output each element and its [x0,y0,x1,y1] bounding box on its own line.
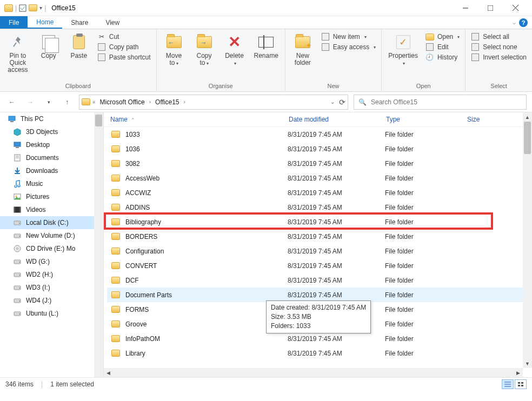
content-vertical-scrollbar[interactable]: ▲ ▼ [523,112,532,368]
sidebar-item[interactable]: WD3 (I:) [0,281,103,294]
qat-sep2: | [44,4,46,12]
file-row[interactable]: Configuration 8/31/2019 7:45 AM File fol… [107,244,532,258]
column-header-size[interactable]: Size [467,116,526,123]
new-item-button[interactable]: New item▾ [321,32,376,41]
copy-to-button[interactable]: → Copy to▾ [190,31,218,69]
file-row[interactable]: ADDINS 8/31/2019 7:45 AM File folder [107,200,532,215]
column-header-date[interactable]: Date modified [289,116,386,123]
scroll-right-button[interactable]: ▶ [514,368,523,377]
paste-button[interactable]: Paste [65,31,93,62]
up-button[interactable]: ↑ [61,96,74,109]
properties-button[interactable]: ✓ Properties▾ [385,31,421,69]
open-button[interactable]: Open▾ [425,32,460,41]
scrollbar-thumb[interactable] [95,115,102,126]
minimize-button[interactable] [453,0,478,16]
sidebar-item[interactable]: 3D Objects [0,125,103,138]
cut-button[interactable]: ✂Cut [97,32,151,41]
tab-view[interactable]: View [97,16,128,29]
sidebar-item[interactable]: Ubuntu (L:) [0,307,103,320]
file-row[interactable]: Document Parts 8/31/2019 7:45 AM File fo… [107,288,532,302]
tab-home[interactable]: Home [28,16,62,29]
qat-dropdown-icon[interactable]: ▾ [39,5,42,11]
help-icon[interactable]: ? [519,18,528,27]
file-row[interactable]: InfoPathOM 8/31/2019 7:45 AM File folder [107,331,532,346]
view-large-icons-button[interactable] [515,379,527,389]
back-button[interactable]: ← [5,96,18,109]
refresh-button[interactable]: ⟳ [339,98,345,106]
copy-button[interactable]: Copy [35,31,63,62]
qat-folder-icon[interactable] [29,4,37,11]
file-row[interactable]: BORDERS 8/31/2019 7:45 AM File folder [107,229,532,244]
sidebar-item[interactable]: WD (G:) [0,255,103,268]
file-row[interactable]: CONVERT 8/31/2019 7:45 AM File folder [107,258,532,273]
rename-button[interactable]: Rename [251,31,282,62]
svg-point-16 [16,196,17,197]
view-details-button[interactable] [502,379,514,389]
file-date: 8/31/2019 7:45 AM [288,335,385,343]
sidebar-item[interactable]: Videos [0,203,103,216]
file-row[interactable]: 1036 8/31/2019 7:45 AM File folder [107,142,532,156]
sidebar-item[interactable]: New Volume (D:) [0,229,103,242]
qat-checkbox-icon[interactable] [19,4,26,12]
scroll-up-button[interactable]: ▲ [523,112,532,122]
search-input[interactable] [371,98,522,106]
paste-shortcut-button[interactable]: Paste shortcut [97,53,151,62]
file-row[interactable]: 1033 8/31/2019 7:45 AM File folder [107,127,532,142]
address-dropdown-icon[interactable]: ⌄ [330,99,335,105]
edit-button[interactable]: Edit [425,43,460,51]
sidebar-item[interactable]: Desktop [0,138,103,151]
new-folder-button[interactable]: ✦ New folder [289,31,317,69]
file-row[interactable]: ACCWIZ 8/31/2019 7:45 AM File folder [107,185,532,200]
breadcrumb[interactable]: Microsoft Office [98,98,147,106]
sidebar-item[interactable]: WD4 (J:) [0,294,103,307]
forward-button[interactable]: → [24,96,37,109]
group-select: Select all Select none Invert selection … [466,29,532,91]
scrollbar-thumb[interactable] [524,122,531,154]
breadcrumb-sep[interactable]: › [184,99,185,105]
select-all-button[interactable]: Select all [471,32,527,41]
file-row[interactable]: DCF 8/31/2019 7:45 AM File folder [107,273,532,288]
file-row[interactable]: AccessWeb 8/31/2019 7:45 AM File folder [107,171,532,185]
copy-path-button[interactable]: Copy path [97,43,151,51]
file-row[interactable]: 3082 8/31/2019 7:45 AM File folder [107,156,532,171]
file-date: 8/31/2019 7:45 AM [288,160,385,168]
invert-selection-button[interactable]: Invert selection [471,53,527,62]
column-header-name[interactable]: Name⌃ [110,116,289,123]
file-type: File folder [385,131,466,138]
pin-to-quick-access-button[interactable]: Pin to Quick access [3,31,32,76]
delete-button[interactable]: ✕ Delete▾ [221,31,249,69]
recent-locations-button[interactable]: ▾ [42,96,55,109]
sidebar-item[interactable]: Pictures [0,190,103,203]
file-row[interactable]: Bibliography 8/31/2019 7:45 AM File fold… [107,215,532,229]
tab-share[interactable]: Share [62,16,97,29]
sidebar-scrollbar[interactable] [94,112,103,377]
sidebar-item[interactable]: Downloads [0,164,103,177]
easy-access-button[interactable]: Easy access▾ [321,43,376,51]
file-row[interactable]: Library 8/31/2019 7:45 AM File folder [107,346,532,360]
scroll-left-button[interactable]: ◀ [104,368,113,377]
select-none-button[interactable]: Select none [471,43,527,51]
address-bar[interactable]: « Microsoft Office › Office15 › ⌄ ⟳ [79,95,348,110]
search-box[interactable]: 🔍 [354,95,527,110]
close-button[interactable] [503,0,528,16]
tab-file[interactable]: File [0,16,28,29]
move-to-button[interactable]: ← Move to▾ [160,31,188,69]
history-button[interactable]: 🕘History [425,53,460,62]
sidebar-item[interactable]: CD Drive (E:) Mo [0,242,103,255]
sidebar-item[interactable]: WD2 (H:) [0,268,103,281]
sidebar-item-label: WD3 (I:) [26,284,50,291]
app-icon[interactable] [4,4,13,12]
breadcrumb[interactable]: Office15 [153,98,181,106]
file-type: File folder [385,350,466,357]
sidebar-item[interactable]: Music [0,177,103,190]
sidebar-item[interactable]: This PC [0,112,103,125]
column-header-type[interactable]: Type [386,116,467,123]
breadcrumb-sep[interactable]: « [92,99,96,105]
content-horizontal-scrollbar[interactable]: ◀ ▶ [104,368,523,377]
sidebar-item[interactable]: Documents [0,151,103,164]
ribbon-collapse-icon[interactable]: ⌵ [513,19,516,25]
breadcrumb-sep[interactable]: › [149,99,151,105]
maximize-button[interactable] [478,0,503,16]
scroll-down-button[interactable]: ▼ [523,359,532,368]
sidebar-item[interactable]: Local Disk (C:) [0,216,103,229]
